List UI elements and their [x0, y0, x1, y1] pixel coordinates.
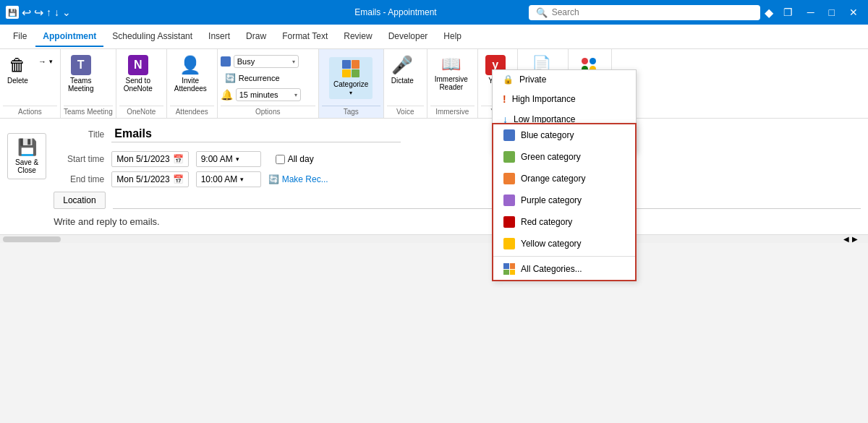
calendar-icon: 📅 [173, 154, 184, 164]
private-item[interactable]: 🔒 Private [493, 70, 636, 89]
orange-color-swatch [503, 173, 515, 184]
menu-developer[interactable]: Developer [381, 27, 435, 47]
save-close-icon: 💾 [17, 138, 37, 157]
save-icon[interactable]: 💾 [6, 6, 19, 19]
restore-icon[interactable]: ❐ [779, 5, 797, 20]
close-icon[interactable]: ✕ [845, 5, 862, 20]
busy-label: Busy [237, 57, 291, 66]
up-arrow-icon[interactable]: ↑ [46, 7, 51, 18]
start-time-value: 9:00 AM [201, 154, 233, 164]
minimize-icon[interactable]: ─ [803, 5, 819, 20]
end-time-row: End time Mon 5/1/2023 📅 10:00 AM ▾ 🔄 Mak… [54, 171, 861, 187]
ribbon-group-onenote: N Send toOneNote OneNote [116, 49, 167, 118]
high-importance-item[interactable]: ! High Importance [493, 89, 636, 109]
orange-category-label: Orange category [521, 174, 585, 184]
categorize-button[interactable]: Categorize ▾ [329, 57, 373, 99]
categorize-dropdown-arrow: ▾ [349, 90, 352, 96]
menu-bar: File Appointment Scheduling Assistant In… [0, 25, 868, 49]
start-time-row: Start time Mon 5/1/2023 📅 9:00 AM ▾ All … [54, 151, 861, 167]
make-recurring-label: Make Rec... [282, 174, 328, 184]
red-category-label: Red category [521, 217, 572, 227]
start-date-input[interactable]: Mon 5/1/2023 📅 [111, 151, 188, 167]
all-day-label: All day [288, 154, 314, 164]
ribbon-group-voice: 🎤 Dictate Voice [384, 49, 427, 118]
onenote-group-label: OneNote [119, 106, 163, 118]
immersive-button[interactable]: 📖 ImmersiveReader [430, 52, 472, 94]
end-date-input[interactable]: Mon 5/1/2023 📅 [111, 171, 188, 187]
location-row: Location [54, 192, 861, 209]
menu-help[interactable]: Help [436, 27, 469, 47]
menu-scheduling[interactable]: Scheduling Assistant [105, 27, 200, 47]
reminder-label: 15 minutes [239, 90, 293, 99]
categories-dropdown: Blue category Green category Orange cate… [492, 123, 637, 281]
menu-review[interactable]: Review [336, 27, 379, 47]
reminder-dropdown[interactable]: 15 minutes ▾ [236, 88, 301, 101]
all-day-checkbox[interactable] [276, 155, 285, 164]
recurrence-icon: 🔄 [225, 73, 236, 83]
onenote-button[interactable]: N Send toOneNote [119, 52, 157, 95]
title-field-label: Title [54, 129, 104, 140]
green-category-item[interactable]: Green category [493, 146, 635, 168]
undo-icon[interactable]: ↩ [22, 6, 31, 20]
end-label: End time [54, 174, 104, 184]
search-bar[interactable]: 🔍 [529, 5, 760, 20]
green-category-label: Green category [521, 152, 581, 162]
location-input[interactable] [113, 192, 861, 209]
categorize-icon [342, 60, 359, 77]
save-close-button[interactable]: 💾 Save &Close [7, 133, 46, 179]
start-time-arrow: ▾ [236, 155, 239, 163]
onenote-label: Send toOneNote [124, 77, 153, 93]
save-close-label: Save &Close [15, 158, 38, 174]
form-area: Title Start time Mon 5/1/2023 📅 9:00 AM … [54, 126, 861, 227]
menu-appointment[interactable]: Appointment [35, 27, 103, 47]
blue-category-label: Blue category [521, 130, 574, 140]
yellow-category-item[interactable]: Yellow category [493, 233, 635, 255]
orange-category-item[interactable]: Orange category [493, 168, 635, 189]
scroll-left-icon[interactable]: ◀ [843, 235, 849, 243]
diamond-icon: ◆ [765, 6, 773, 20]
scroll-right-icon[interactable]: ▶ [852, 235, 858, 243]
yellow-color-swatch [503, 238, 515, 249]
delete-button[interactable]: 🗑 Delete [3, 52, 33, 87]
dictate-icon: 🎤 [391, 55, 413, 75]
dictate-button[interactable]: 🎤 Dictate [387, 52, 418, 87]
private-label: Private [519, 74, 546, 85]
start-label: Start time [54, 154, 104, 164]
content-area: 💾 Save &Close Title Start time Mon 5/1/2… [0, 119, 868, 234]
menu-format[interactable]: Format Text [275, 27, 335, 47]
teams-meeting-button[interactable]: T TeamsMeeting [64, 52, 98, 95]
menu-insert[interactable]: Insert [201, 27, 237, 47]
all-categories-item[interactable]: All Categories... [493, 258, 635, 280]
maximize-icon[interactable]: □ [825, 5, 839, 20]
blue-category-item[interactable]: Blue category [493, 124, 635, 146]
redo-icon[interactable]: ↪ [34, 6, 43, 20]
menu-file[interactable]: File [6, 27, 34, 47]
dropdown-arrow-icon[interactable]: ⌄ [62, 7, 71, 18]
dictate-label: Dictate [391, 77, 414, 85]
scrollbar-thumb[interactable] [3, 236, 61, 242]
recurrence-button[interactable]: 🔄 Recurrence [221, 71, 284, 85]
end-time-input[interactable]: 10:00 AM ▾ [196, 171, 261, 187]
scrollbar[interactable]: ◀ ▶ [0, 234, 868, 243]
start-time-input[interactable]: 9:00 AM ▾ [196, 151, 261, 167]
options-group-label: Options [221, 106, 315, 118]
purple-category-item[interactable]: Purple category [493, 189, 635, 211]
title-input[interactable] [111, 126, 401, 142]
ribbon-group-tags: Categorize ▾ Tags [319, 49, 384, 118]
delete-label: Delete [7, 77, 28, 85]
busy-dropdown[interactable]: Busy ▾ [234, 55, 299, 68]
end-time-value: 10:00 AM [201, 174, 238, 184]
location-button[interactable]: Location [54, 192, 105, 209]
menu-draw[interactable]: Draw [239, 27, 273, 47]
make-recurring-button[interactable]: 🔄 Make Rec... [268, 174, 328, 184]
red-category-item[interactable]: Red category [493, 211, 635, 233]
ribbon: 🗑 Delete → ▾ Actions T TeamsMeeting Team… [0, 49, 868, 119]
title-bar-left: 💾 ↩ ↪ ↑ ↓ ⌄ [6, 6, 263, 20]
forward-button[interactable]: → ▾ [34, 55, 57, 68]
invite-button[interactable]: 👤 InviteAttendees [170, 52, 211, 95]
actions-group-label: Actions [3, 106, 57, 118]
search-input[interactable] [552, 7, 753, 17]
title-bar: 💾 ↩ ↪ ↑ ↓ ⌄ Emails - Appointment 🔍 ◆ ❐ ─… [0, 0, 868, 25]
down-arrow-icon[interactable]: ↓ [54, 7, 59, 18]
invite-icon: 👤 [179, 55, 201, 75]
